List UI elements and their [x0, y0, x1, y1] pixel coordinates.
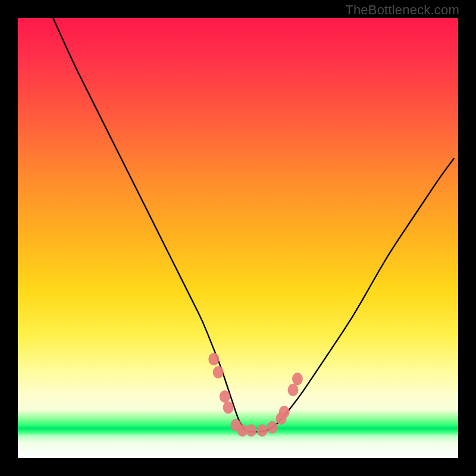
highlight-marker [288, 384, 299, 396]
highlight-marker [213, 366, 224, 378]
highlight-marker [292, 372, 303, 385]
highlight-marker [257, 424, 268, 437]
highlight-marker-group [208, 353, 303, 437]
highlight-marker [223, 401, 234, 414]
watermark-text: TheBottleneck.com [345, 2, 459, 18]
bottleneck-curve [53, 18, 453, 432]
highlight-marker [267, 421, 278, 434]
highlight-marker [208, 353, 219, 365]
highlight-marker [246, 424, 256, 437]
curve-layer [18, 18, 458, 458]
highlight-marker [220, 390, 230, 403]
plot-area [18, 18, 458, 458]
chart-frame: TheBottleneck.com [0, 0, 476, 476]
highlight-marker [279, 406, 290, 418]
